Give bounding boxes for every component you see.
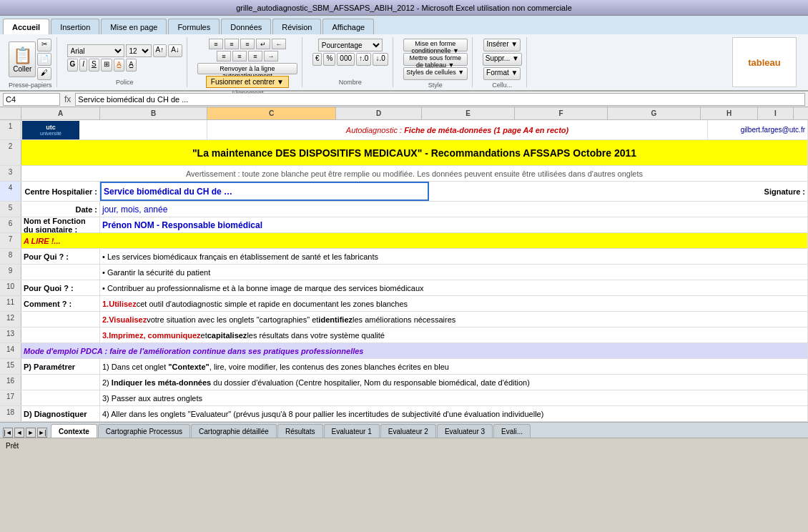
merge-center-button[interactable]: Fusionner et centrer ▼	[206, 76, 289, 88]
cell-g1[interactable]: gilbert.farges@utc.fr	[708, 120, 808, 139]
cell-c5-value[interactable]: jour, mois, année	[100, 202, 808, 217]
currency-button[interactable]: €	[312, 53, 322, 66]
identifiez-rest: les améliorations nécessaires	[353, 315, 455, 324]
cell-a8: Pour Qui ? :	[21, 249, 100, 264]
cells-content: Insérer ▼ Suppr... ▼ Format ▼	[483, 39, 522, 80]
align-top-left-button[interactable]: ≡	[209, 39, 223, 49]
cut-button[interactable]: ✂	[37, 39, 51, 51]
col-header-h[interactable]: H	[701, 107, 758, 119]
font-color-button[interactable]: A̲	[126, 59, 137, 72]
tab-insertion[interactable]: Insertion	[51, 19, 99, 34]
outdent-button[interactable]: ←	[272, 39, 286, 49]
row-num-2: 2	[0, 140, 21, 165]
ribbon-tabs: Accueil Insertion Mise en page Formules …	[0, 16, 808, 34]
thousands-button[interactable]: 000	[337, 53, 355, 66]
cell-c4-value[interactable]: Service biomédical du CH de …	[100, 182, 429, 201]
align-top-center-button[interactable]: ≡	[225, 39, 239, 49]
tab-formules[interactable]: Formules	[168, 19, 220, 34]
cell-b12: 2. Visualisez votre situation avec les o…	[100, 312, 808, 327]
format-button[interactable]: Format ▼	[483, 67, 521, 80]
underline-button[interactable]: S	[89, 59, 99, 72]
insert-button[interactable]: Insérer ▼	[483, 39, 521, 51]
cell-styles-button[interactable]: Styles de cellules ▼	[403, 67, 468, 80]
sheet-tab-cartographie-detaillee[interactable]: Cartographie détaillée	[191, 424, 277, 438]
align-left-button[interactable]: ≡	[217, 51, 231, 61]
cell-a2[interactable]: "La maintenance DES DISPOSITIFS MEDICAUX…	[21, 140, 808, 165]
alignment-group: ≡ ≡ ≡ ↵ ← ≡ ≡ ≡ → Renvoyer à la ligne au…	[193, 37, 302, 87]
sheet-tab-evaluateur2[interactable]: Evaluateur 2	[380, 424, 436, 438]
col-header-a[interactable]: A	[21, 107, 100, 119]
sheet-tab-resultats[interactable]: Résultats	[277, 424, 323, 438]
tab-revision[interactable]: Révision	[272, 19, 321, 34]
pour-quoi-label: Pour Quoi ? :	[24, 284, 74, 292]
cell-reference-input[interactable]	[3, 93, 60, 106]
align-bottom-row: ≡ ≡ ≡ →	[217, 51, 278, 61]
font-content: Arial 12 A↑ A↓ G I S ⊞ A̲ A̲	[67, 39, 182, 77]
conditional-format-button[interactable]: Mise en forme conditionnelle ▼	[403, 39, 468, 51]
format-table-button[interactable]: Mettre sous forme de tableau ▼	[403, 53, 468, 66]
increase-font-button[interactable]: A↑	[153, 44, 167, 57]
decrease-font-button[interactable]: A↓	[168, 44, 182, 57]
row1-center-text: Autodiagnostic : Fiche de méta-données (…	[346, 126, 568, 134]
col-header-e[interactable]: E	[422, 107, 515, 119]
table-row: 18 D) Diagnostiquer 4) Aller dans les on…	[0, 406, 808, 422]
number-content: Pourcentage € % 000 ↑.0 ↓.0	[312, 39, 388, 77]
col-header-g[interactable]: G	[608, 107, 701, 119]
increase-decimal-button[interactable]: ↑.0	[356, 53, 371, 66]
table-row: 5 Date : jour, mois, année	[0, 202, 808, 217]
sheet-tab-cartographie-processus[interactable]: Cartographie Processus	[98, 424, 190, 438]
tab-nav-last[interactable]: ►|	[37, 428, 47, 438]
sheet-tab-evaluateur1[interactable]: Evaluateur 1	[324, 424, 380, 438]
fill-color-button[interactable]: A̲	[114, 59, 124, 72]
cell-c1[interactable]: Autodiagnostic : Fiche de méta-données (…	[207, 120, 708, 139]
table-row: 11 Comment ? : 1. Utilisez cet outil d'a…	[0, 296, 808, 312]
cell-b13: 3. Imprimez, communiquez et capitalisez …	[100, 327, 808, 343]
delete-button[interactable]: Suppr... ▼	[483, 53, 522, 66]
col-header-d[interactable]: D	[336, 107, 422, 119]
indent-button[interactable]: →	[264, 51, 278, 61]
tab-accueil[interactable]: Accueil	[3, 19, 49, 34]
row-num-17: 17	[0, 390, 21, 405]
font-style-row: G I S ⊞ A̲ A̲	[67, 59, 182, 72]
row9-text: • Garantir la sécurité du patient	[102, 268, 210, 277]
cell-a1[interactable]: utc université	[21, 120, 207, 139]
tab-nav-next[interactable]: ►	[26, 428, 36, 438]
tab-nav-prev[interactable]: ◄	[14, 428, 24, 438]
align-center-button[interactable]: ≡	[232, 51, 247, 61]
cell-c6-value[interactable]: Prénon NOM - Responsable biomédical	[100, 217, 808, 232]
copy-button[interactable]: 📄	[37, 53, 51, 66]
font-name-select[interactable]: Arial	[67, 44, 124, 57]
align-top-right-button[interactable]: ≡	[240, 39, 255, 49]
border-button[interactable]: ⊞	[101, 59, 112, 72]
number-group: Pourcentage € % 000 ↑.0 ↓.0 Nombre	[308, 37, 393, 87]
number-format-select[interactable]: Pourcentage	[318, 39, 383, 51]
cell-a4-label: Centre Hospitalier :	[21, 182, 100, 201]
col-header-c[interactable]: C	[207, 107, 336, 119]
tab-affichage[interactable]: Affichage	[322, 19, 374, 34]
tab-donnees[interactable]: Données	[221, 19, 271, 34]
wrap-indent-button[interactable]: ↵	[256, 39, 270, 49]
font-size-select[interactable]: 12	[126, 44, 152, 57]
wrap-text-button[interactable]: Renvoyer à la ligne automatiquement	[197, 63, 297, 74]
merge-row: Fusionner et centrer ▼	[206, 76, 289, 88]
tab-mise-en-page[interactable]: Mise en page	[101, 19, 167, 34]
cell-a10: Pour Quoi ? :	[21, 280, 100, 295]
col-header-b[interactable]: B	[100, 107, 207, 119]
col-header-f[interactable]: F	[515, 107, 608, 119]
percent-button[interactable]: %	[323, 53, 335, 66]
num3: 3.	[102, 331, 109, 340]
sheet-tab-evaluateur3[interactable]: Evaluateur 3	[437, 424, 493, 438]
cell-a16	[21, 375, 100, 390]
col-header-i[interactable]: I	[758, 107, 794, 119]
italic-button[interactable]: I	[79, 59, 87, 72]
tab-nav-buttons: |◄ ◄ ► ►|	[3, 428, 47, 438]
bold-button[interactable]: G	[67, 59, 79, 72]
sheet-tab-evalu[interactable]: Evali...	[493, 424, 531, 438]
formula-input[interactable]	[75, 93, 805, 106]
decrease-decimal-button[interactable]: ↓.0	[373, 53, 388, 66]
format-painter-button[interactable]: 🖌	[37, 67, 51, 80]
paste-button[interactable]: 📋 Coller	[9, 41, 36, 77]
align-right-button[interactable]: ≡	[248, 51, 262, 61]
tab-nav-first[interactable]: |◄	[3, 428, 13, 438]
sheet-tab-contexte[interactable]: Contexte	[51, 424, 97, 438]
